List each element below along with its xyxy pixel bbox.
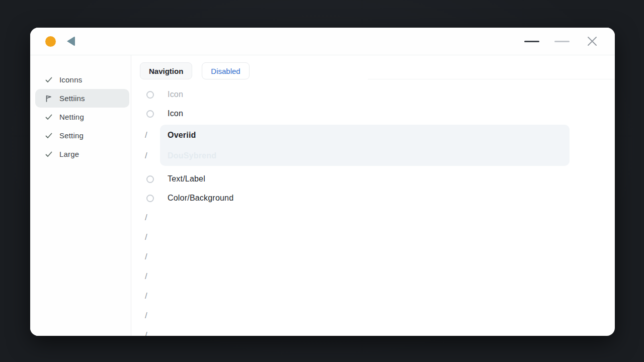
slash-icon: / — [145, 213, 147, 223]
marker-cell: / — [131, 252, 168, 262]
list-item[interactable]: Icon — [131, 85, 615, 104]
check-icon — [44, 114, 53, 120]
back-icon[interactable] — [67, 36, 75, 46]
tab-navigtion[interactable]: Navigtion — [140, 62, 192, 79]
marker-cell: / — [131, 130, 168, 140]
list-item[interactable]: Icon — [131, 104, 615, 123]
marker-cell: / — [131, 213, 168, 223]
close-icon — [587, 36, 598, 47]
marker-cell — [131, 175, 168, 183]
list-item-label: Color/Background — [168, 194, 233, 203]
list-item-empty[interactable]: / — [131, 208, 615, 227]
override-group: / Overiid / DouSybrend — [131, 125, 615, 166]
app-body: Iconns Settiins Netting Setting — [30, 55, 615, 336]
close-button[interactable] — [584, 33, 601, 50]
list-item-empty[interactable]: / — [131, 325, 615, 336]
slash-icon: / — [145, 272, 147, 282]
sidebar-item-label: Large — [59, 150, 79, 158]
sidebar-item-netting[interactable]: Netting — [35, 108, 129, 126]
marker-cell: / — [131, 311, 168, 321]
circle-icon — [146, 195, 154, 202]
list-item-empty[interactable]: / — [131, 306, 615, 325]
slash-icon: / — [145, 252, 147, 262]
sidebar: Iconns Settiins Netting Setting — [30, 55, 131, 336]
app-window: Iconns Settiins Netting Setting — [30, 28, 615, 336]
sidebar-item-settiins[interactable]: Settiins — [35, 89, 129, 108]
slash-icon: / — [145, 311, 147, 321]
main-content: Navigtion Disabled Icon Icon / Overiid — [131, 55, 615, 336]
slash-icon: / — [145, 232, 147, 242]
list-item[interactable]: / Overiid — [131, 125, 615, 145]
list-item-label: Icon — [168, 109, 183, 118]
list-item-empty[interactable]: / — [131, 286, 615, 306]
marker-cell — [131, 110, 168, 118]
check-icon — [44, 133, 53, 139]
slash-icon: / — [145, 291, 147, 301]
list-item-empty[interactable]: / — [131, 266, 615, 286]
marker-cell — [131, 195, 168, 202]
circle-icon — [146, 91, 154, 99]
list-item-label: Icon — [168, 90, 183, 99]
empty-slash-rows: / / / / / / — [131, 208, 615, 336]
item-list: Icon Icon / Overiid / DouSybrend — [131, 85, 615, 336]
sidebar-item-setting[interactable]: Setting — [35, 126, 129, 145]
sidebar-item-label: Netting — [59, 113, 84, 121]
sidebar-item-large[interactable]: Large — [35, 145, 129, 163]
maximize-button[interactable] — [553, 33, 571, 50]
titlebar — [30, 28, 615, 55]
marker-cell: / — [131, 151, 168, 161]
maximize-icon — [554, 41, 570, 42]
marker-cell — [131, 91, 168, 99]
flag-icon — [44, 95, 53, 102]
list-item-label: Overiid — [168, 131, 196, 140]
tab-divider — [368, 79, 615, 79]
list-item-empty[interactable]: / — [131, 247, 615, 266]
sidebar-item-iconns[interactable]: Iconns — [35, 70, 129, 89]
marker-cell: / — [131, 232, 168, 242]
marker-cell: / — [131, 291, 168, 301]
marker-cell: / — [131, 272, 168, 282]
list-item-empty[interactable]: / — [131, 227, 615, 247]
check-icon — [44, 77, 53, 83]
traffic-light-button[interactable] — [45, 36, 56, 47]
check-icon — [44, 151, 53, 157]
minimize-icon — [524, 41, 539, 42]
slash-icon: / — [145, 151, 147, 161]
circle-icon — [146, 175, 154, 183]
list-item-label: Text/Label — [168, 174, 205, 184]
sidebar-item-label: Iconns — [59, 75, 82, 84]
circle-icon — [146, 110, 154, 118]
sidebar-item-label: Settiins — [59, 94, 85, 103]
list-item[interactable]: Color/Background — [131, 189, 615, 208]
sidebar-item-label: Setting — [59, 131, 84, 140]
slash-icon: / — [145, 130, 147, 140]
minimize-button[interactable] — [523, 33, 540, 50]
list-item[interactable]: Text/Label — [131, 169, 615, 189]
tab-bar: Navigtion Disabled — [140, 62, 615, 79]
slash-icon: / — [145, 330, 147, 336]
marker-cell: / — [131, 330, 168, 336]
list-item[interactable]: / DouSybrend — [131, 145, 615, 166]
tab-disabled[interactable]: Disabled — [202, 62, 249, 79]
list-item-label-ghost: DouSybrend — [168, 151, 216, 160]
